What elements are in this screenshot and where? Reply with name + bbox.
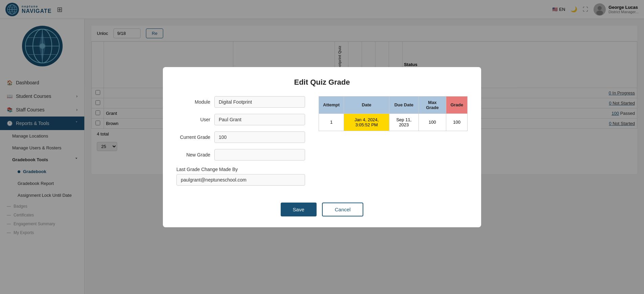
due-date-cell: Sep 11, 2023	[389, 113, 418, 131]
last-change-label: Last Grade Change Made By	[176, 167, 305, 172]
user-label: User	[176, 117, 210, 122]
current-grade-label: Current Grade	[176, 134, 210, 140]
module-row: Module	[176, 96, 305, 108]
new-grade-row: New Grade	[176, 149, 305, 161]
attempt-cell: 1	[319, 113, 344, 131]
max-grade-header: Max Grade	[418, 96, 446, 113]
date-header: Date	[344, 96, 389, 113]
grade-header: Grade	[446, 96, 468, 113]
due-date-header: Due Date	[389, 96, 418, 113]
new-grade-label: New Grade	[176, 152, 210, 158]
modal-body: Module User Current Grade New Grade Last…	[176, 96, 468, 192]
max-grade-cell: 100	[418, 113, 446, 131]
modal-table-area: Attempt Date Due Date Max Grade Grade 1 …	[319, 96, 468, 192]
modal-overlay: Edit Quiz Grade Module User Current Grad…	[0, 0, 644, 294]
current-grade-input[interactable]	[214, 131, 305, 143]
module-input[interactable]	[214, 96, 305, 108]
last-change-input	[176, 174, 305, 186]
attempts-table: Attempt Date Due Date Max Grade Grade 1 …	[319, 96, 468, 131]
modal-cancel-button[interactable]: Cancel	[322, 203, 364, 216]
attempt-row: 1 Jan 4, 2024, 3:05:52 PM Sep 11, 2023 1…	[319, 113, 468, 131]
user-row: User	[176, 114, 305, 125]
modal-title: Edit Quiz Grade	[176, 78, 468, 87]
attempt-header: Attempt	[319, 96, 344, 113]
modal-form: Module User Current Grade New Grade Last…	[176, 96, 305, 192]
current-grade-row: Current Grade	[176, 131, 305, 143]
modal-actions: Save Cancel	[176, 203, 468, 216]
user-input[interactable]	[214, 114, 305, 125]
new-grade-input[interactable]	[214, 149, 305, 161]
last-change-row: Last Grade Change Made By	[176, 167, 305, 186]
modal-save-button[interactable]: Save	[281, 203, 317, 216]
grade-cell: 100	[446, 113, 468, 131]
edit-quiz-grade-modal: Edit Quiz Grade Module User Current Grad…	[163, 67, 481, 227]
date-cell: Jan 4, 2024, 3:05:52 PM	[344, 113, 389, 131]
module-label: Module	[176, 99, 210, 105]
